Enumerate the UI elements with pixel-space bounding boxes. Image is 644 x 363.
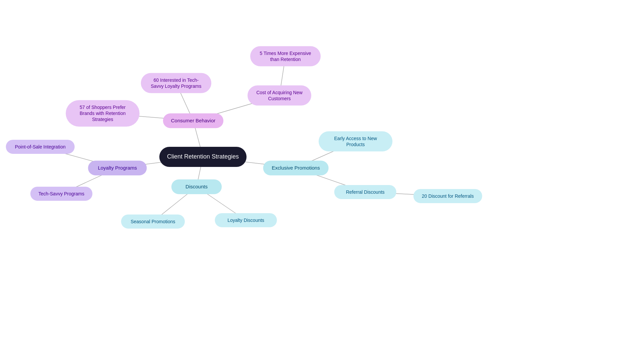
times-expensive-node: 5 Times More Expensive than Retention — [250, 46, 321, 66]
referral-discounts-node: Referral Discounts — [334, 185, 396, 199]
early-access-node: Early Access to New Products — [319, 131, 392, 152]
pos-integration-node: Point-of-Sale Integration — [6, 140, 75, 154]
discounts-node: Discounts — [171, 179, 222, 194]
seasonal-promotions-node: Seasonal Promotions — [121, 215, 185, 229]
tech-savvy-programs-node: Tech-Savvy Programs — [31, 187, 93, 201]
shoppers-prefer-node: 57 of Shoppers Prefer Brands with Retent… — [66, 100, 140, 127]
loyalty-discounts-node: Loyalty Discounts — [215, 213, 277, 227]
consumer-behavior-node: Consumer Behavior — [163, 113, 223, 128]
discount-referrals-node: 20 Discount for Referrals — [414, 189, 482, 203]
tech-savvy-loyalty-node: 60 Interested in Tech-Savvy Loyalty Prog… — [141, 73, 211, 93]
loyalty-programs-node: Loyalty Programs — [88, 161, 147, 175]
center-node: Client Retention Strategies — [159, 147, 247, 167]
cost-acquiring-node: Cost of Acquiring New Customers — [248, 85, 311, 106]
exclusive-promotions-node: Exclusive Promotions — [263, 161, 329, 175]
